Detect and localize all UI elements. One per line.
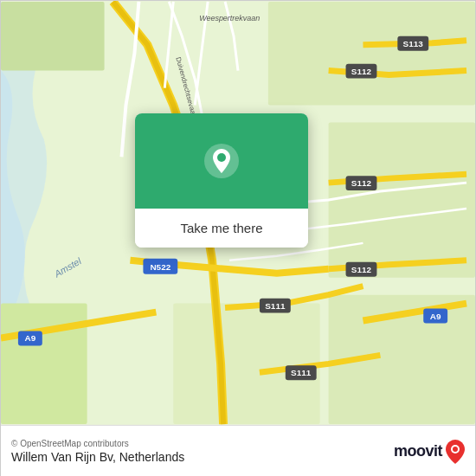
moovit-pin-icon — [446, 440, 465, 464]
location-pin-icon — [203, 142, 241, 180]
svg-text:S113: S113 — [403, 39, 424, 48]
bottom-bar: © OpenStreetMap contributors Willem Van … — [1, 425, 475, 476]
svg-text:S111: S111 — [265, 301, 286, 311]
svg-rect-5 — [173, 304, 319, 424]
svg-text:S111: S111 — [291, 368, 312, 377]
take-me-there-button[interactable]: Take me there — [135, 209, 308, 248]
svg-text:N522: N522 — [150, 262, 170, 272]
svg-rect-2 — [268, 2, 475, 106]
svg-text:S112: S112 — [351, 67, 372, 76]
popup-card: Take me there — [135, 113, 308, 248]
svg-text:Weespertrekvaan: Weespertrekvaan — [199, 14, 260, 23]
svg-text:A9: A9 — [430, 312, 441, 321]
svg-text:S112: S112 — [351, 178, 372, 188]
app-container: A2 N522 S111 S112 S112 S112 S113 — [0, 0, 476, 476]
svg-text:A9: A9 — [25, 333, 36, 343]
moovit-logo: moovit — [394, 440, 465, 464]
svg-rect-6 — [1, 304, 87, 424]
moovit-text: moovit — [394, 442, 442, 460]
svg-text:S112: S112 — [351, 265, 372, 274]
popup-green-area — [135, 113, 308, 209]
svg-point-31 — [217, 153, 226, 162]
svg-rect-3 — [329, 122, 475, 277]
svg-point-33 — [453, 447, 458, 452]
svg-rect-1 — [1, 2, 105, 71]
map-area: A2 N522 S111 S112 S112 S112 S113 — [1, 1, 475, 425]
